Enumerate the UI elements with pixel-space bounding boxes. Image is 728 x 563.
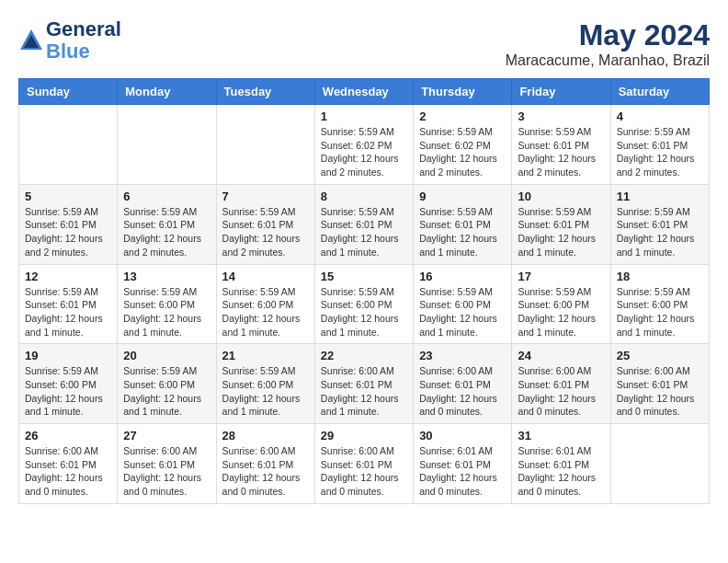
day-info: Sunrise: 5:59 AM Sunset: 6:01 PM Dayligh… — [419, 205, 506, 259]
day-number: 20 — [123, 349, 210, 362]
calendar-day-cell: 27Sunrise: 6:00 AM Sunset: 6:01 PM Dayli… — [118, 424, 216, 504]
day-of-week-header: Tuesday — [216, 79, 314, 105]
day-number: 8 — [321, 190, 407, 203]
calendar-day-cell: 2Sunrise: 5:59 AM Sunset: 6:02 PM Daylig… — [414, 105, 512, 185]
day-number: 21 — [222, 349, 309, 362]
day-of-week-header: Thursday — [414, 79, 512, 105]
day-info: Sunrise: 5:59 AM Sunset: 6:02 PM Dayligh… — [321, 125, 407, 179]
day-info: Sunrise: 5:59 AM Sunset: 6:01 PM Dayligh… — [518, 125, 604, 179]
calendar-day-cell: 23Sunrise: 6:00 AM Sunset: 6:01 PM Dayli… — [414, 344, 512, 424]
day-of-week-header: Saturday — [610, 79, 709, 105]
day-number: 11 — [617, 190, 703, 203]
calendar-header-row: SundayMondayTuesdayWednesdayThursdayFrid… — [19, 79, 710, 105]
day-number: 30 — [419, 429, 506, 442]
day-of-week-header: Sunday — [19, 79, 118, 105]
calendar-day-cell: 30Sunrise: 6:01 AM Sunset: 6:01 PM Dayli… — [414, 424, 512, 504]
calendar-day-cell: 19Sunrise: 5:59 AM Sunset: 6:00 PM Dayli… — [19, 344, 118, 424]
calendar-day-cell — [118, 105, 216, 185]
day-info: Sunrise: 6:00 AM Sunset: 6:01 PM Dayligh… — [419, 364, 506, 419]
day-info: Sunrise: 5:59 AM Sunset: 6:00 PM Dayligh… — [222, 285, 309, 339]
day-number: 28 — [222, 429, 309, 442]
calendar-day-cell: 14Sunrise: 5:59 AM Sunset: 6:00 PM Dayli… — [216, 264, 314, 344]
day-number: 24 — [518, 349, 604, 362]
header: General Blue May 2024 Maracacume, Maranh… — [18, 18, 710, 69]
calendar-week-row: 1Sunrise: 5:59 AM Sunset: 6:02 PM Daylig… — [19, 105, 710, 185]
calendar-week-row: 12Sunrise: 5:59 AM Sunset: 6:01 PM Dayli… — [19, 264, 710, 344]
calendar-day-cell: 7Sunrise: 5:59 AM Sunset: 6:01 PM Daylig… — [216, 184, 314, 264]
calendar-week-row: 19Sunrise: 5:59 AM Sunset: 6:00 PM Dayli… — [19, 344, 710, 424]
calendar-table: SundayMondayTuesdayWednesdayThursdayFrid… — [18, 78, 710, 504]
calendar-day-cell: 1Sunrise: 5:59 AM Sunset: 6:02 PM Daylig… — [314, 105, 413, 185]
day-info: Sunrise: 6:00 AM Sunset: 6:01 PM Dayligh… — [222, 444, 309, 499]
day-number: 10 — [518, 190, 604, 203]
day-info: Sunrise: 5:59 AM Sunset: 6:02 PM Dayligh… — [419, 125, 506, 179]
day-info: Sunrise: 6:00 AM Sunset: 6:01 PM Dayligh… — [123, 444, 210, 499]
day-info: Sunrise: 5:59 AM Sunset: 6:00 PM Dayligh… — [617, 285, 703, 339]
day-number: 17 — [518, 270, 604, 283]
calendar-day-cell: 12Sunrise: 5:59 AM Sunset: 6:01 PM Dayli… — [19, 264, 118, 344]
day-number: 15 — [321, 270, 407, 283]
logo-text: General Blue — [46, 18, 121, 63]
calendar-day-cell: 28Sunrise: 6:00 AM Sunset: 6:01 PM Dayli… — [216, 424, 314, 504]
day-number: 4 — [617, 109, 703, 123]
calendar-day-cell: 26Sunrise: 6:00 AM Sunset: 6:01 PM Dayli… — [19, 424, 118, 504]
day-number: 6 — [123, 190, 210, 203]
day-number: 26 — [25, 429, 111, 442]
calendar-day-cell: 3Sunrise: 5:59 AM Sunset: 6:01 PM Daylig… — [512, 105, 610, 185]
calendar-day-cell: 5Sunrise: 5:59 AM Sunset: 6:01 PM Daylig… — [19, 184, 118, 264]
calendar-day-cell: 16Sunrise: 5:59 AM Sunset: 6:00 PM Dayli… — [414, 264, 512, 344]
calendar-day-cell: 10Sunrise: 5:59 AM Sunset: 6:01 PM Dayli… — [512, 184, 610, 264]
day-info: Sunrise: 6:01 AM Sunset: 6:01 PM Dayligh… — [518, 444, 604, 499]
calendar-day-cell: 15Sunrise: 5:59 AM Sunset: 6:00 PM Dayli… — [314, 264, 413, 344]
day-info: Sunrise: 5:59 AM Sunset: 6:01 PM Dayligh… — [25, 205, 111, 259]
day-number: 12 — [25, 270, 111, 283]
title-area: May 2024 Maracacume, Maranhao, Brazil — [506, 18, 710, 69]
day-of-week-header: Wednesday — [314, 79, 413, 105]
day-number: 5 — [25, 190, 111, 203]
calendar-day-cell: 18Sunrise: 5:59 AM Sunset: 6:00 PM Dayli… — [610, 264, 709, 344]
calendar-day-cell: 21Sunrise: 5:59 AM Sunset: 6:00 PM Dayli… — [216, 344, 314, 424]
calendar-week-row: 26Sunrise: 6:00 AM Sunset: 6:01 PM Dayli… — [19, 424, 710, 504]
day-info: Sunrise: 6:00 AM Sunset: 6:01 PM Dayligh… — [321, 444, 407, 499]
calendar-day-cell: 4Sunrise: 5:59 AM Sunset: 6:01 PM Daylig… — [610, 105, 709, 185]
calendar-day-cell — [19, 105, 118, 185]
day-info: Sunrise: 5:59 AM Sunset: 6:01 PM Dayligh… — [617, 125, 703, 179]
day-number: 29 — [321, 429, 407, 442]
day-number: 27 — [123, 429, 210, 442]
day-info: Sunrise: 5:59 AM Sunset: 6:01 PM Dayligh… — [25, 285, 111, 339]
day-number: 16 — [419, 270, 506, 283]
day-info: Sunrise: 5:59 AM Sunset: 6:00 PM Dayligh… — [25, 364, 111, 419]
day-number: 7 — [222, 190, 309, 203]
day-number: 19 — [25, 349, 111, 362]
day-number: 22 — [321, 349, 407, 362]
day-number: 25 — [617, 349, 703, 362]
day-of-week-header: Friday — [512, 79, 610, 105]
day-info: Sunrise: 6:00 AM Sunset: 6:01 PM Dayligh… — [518, 364, 604, 419]
day-info: Sunrise: 5:59 AM Sunset: 6:01 PM Dayligh… — [222, 205, 309, 259]
day-info: Sunrise: 5:59 AM Sunset: 6:01 PM Dayligh… — [518, 205, 604, 259]
day-info: Sunrise: 6:01 AM Sunset: 6:01 PM Dayligh… — [419, 444, 506, 499]
calendar-day-cell: 17Sunrise: 5:59 AM Sunset: 6:00 PM Dayli… — [512, 264, 610, 344]
day-number: 18 — [617, 270, 703, 283]
calendar-day-cell: 13Sunrise: 5:59 AM Sunset: 6:00 PM Dayli… — [118, 264, 216, 344]
calendar-day-cell: 8Sunrise: 5:59 AM Sunset: 6:01 PM Daylig… — [314, 184, 413, 264]
day-number: 23 — [419, 349, 506, 362]
calendar-day-cell: 9Sunrise: 5:59 AM Sunset: 6:01 PM Daylig… — [414, 184, 512, 264]
day-info: Sunrise: 5:59 AM Sunset: 6:00 PM Dayligh… — [222, 364, 309, 419]
day-info: Sunrise: 6:00 AM Sunset: 6:01 PM Dayligh… — [617, 364, 703, 419]
logo: General Blue — [18, 18, 121, 63]
logo-icon — [18, 28, 44, 53]
day-number: 2 — [419, 109, 506, 123]
day-info: Sunrise: 5:59 AM Sunset: 6:00 PM Dayligh… — [518, 285, 604, 339]
calendar-day-cell: 24Sunrise: 6:00 AM Sunset: 6:01 PM Dayli… — [512, 344, 610, 424]
calendar-day-cell: 29Sunrise: 6:00 AM Sunset: 6:01 PM Dayli… — [314, 424, 413, 504]
calendar-day-cell: 25Sunrise: 6:00 AM Sunset: 6:01 PM Dayli… — [610, 344, 709, 424]
day-info: Sunrise: 6:00 AM Sunset: 6:01 PM Dayligh… — [25, 444, 111, 499]
calendar-day-cell: 11Sunrise: 5:59 AM Sunset: 6:01 PM Dayli… — [610, 184, 709, 264]
month-title: May 2024 — [506, 18, 710, 52]
calendar-day-cell — [610, 424, 709, 504]
day-number: 3 — [518, 109, 604, 123]
day-number: 9 — [419, 190, 506, 203]
day-info: Sunrise: 5:59 AM Sunset: 6:00 PM Dayligh… — [123, 285, 210, 339]
day-of-week-header: Monday — [118, 79, 216, 105]
